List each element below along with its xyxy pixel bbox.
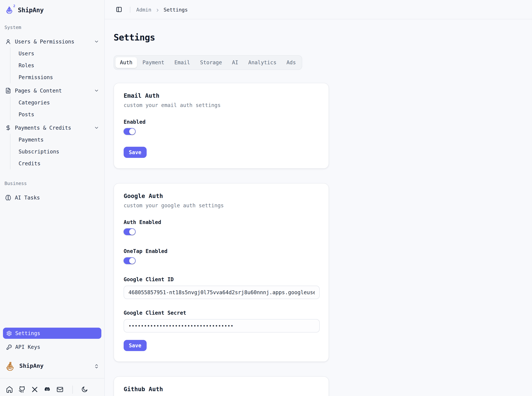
card-description: custom your github auth settings <box>124 395 319 396</box>
workspace-logo[interactable]: 2 ShipAny <box>3 5 101 16</box>
workspace-switcher[interactable]: ShipAny <box>3 358 101 374</box>
sidebar-item-categories[interactable]: Categories <box>18 97 101 109</box>
sidebar-item-settings[interactable]: Settings <box>3 328 101 339</box>
sidebar-footer-links <box>0 378 104 396</box>
email-auth-card: Email Auth custom your email auth settin… <box>114 83 329 169</box>
sidebar-sublist-users-permissions: Users Roles Permissions <box>10 47 101 83</box>
breadcrumb-parent[interactable]: Admin <box>136 6 151 12</box>
sidebar-item-ai-tasks[interactable]: AI Tasks <box>3 192 101 204</box>
google-client-id-label: Google Client ID <box>124 276 319 283</box>
sidebar-item-payments[interactable]: Payments <box>18 134 101 146</box>
sidebar-group-pages-content[interactable]: Pages & Content <box>3 85 101 97</box>
breadcrumb-current: Settings <box>164 6 188 12</box>
sidebar: 2 ShipAny System Users & Permissions Use… <box>0 0 105 396</box>
switch-knob <box>129 258 135 264</box>
footer-divider <box>72 385 73 394</box>
chevrons-up-down-icon <box>94 363 99 368</box>
home-icon[interactable] <box>6 386 13 393</box>
settings-tabs: Auth Payment Email Storage AI Analytics … <box>114 55 302 70</box>
page-content: Settings Auth Payment Email Storage AI A… <box>105 19 532 396</box>
sidebar-sublist-pages-content: Categories Posts <box>10 97 101 120</box>
section-label-business: Business <box>3 181 101 187</box>
auth-enabled-label: Auth Enabled <box>124 219 319 226</box>
section-label-system: System <box>3 24 101 31</box>
brain-icon <box>5 195 11 201</box>
workspace-name: ShipAny <box>18 6 44 14</box>
x-icon[interactable] <box>31 386 38 393</box>
moon-icon[interactable] <box>81 386 88 393</box>
dollar-sign-icon <box>5 125 11 131</box>
github-auth-card: Github Auth custom your github auth sett… <box>114 376 329 396</box>
onetap-enabled-label: OneTap Enabled <box>124 248 319 255</box>
page-title: Settings <box>114 32 523 43</box>
sidebar-sublist-payments-credits: Payments Subscriptions Credits <box>10 134 101 169</box>
google-auth-enabled-switch[interactable] <box>124 228 136 235</box>
user-icon <box>5 39 11 45</box>
settings-cards: Email Auth custom your email auth settin… <box>114 83 329 396</box>
chevron-right-icon <box>155 7 160 12</box>
google-client-secret-label: Google Client Secret <box>124 309 319 316</box>
chevron-down-icon <box>94 125 99 130</box>
save-button[interactable]: Save <box>124 147 146 158</box>
discord-icon[interactable] <box>44 386 51 393</box>
save-button[interactable]: Save <box>124 340 146 351</box>
google-client-secret-input[interactable] <box>124 319 320 332</box>
sidebar-group-label: Payments & Credits <box>15 125 71 131</box>
sidebar-spacer <box>3 204 101 328</box>
card-description: custom your email auth settings <box>124 102 319 109</box>
tab-storage[interactable]: Storage <box>196 57 226 68</box>
tab-payment[interactable]: Payment <box>138 57 169 68</box>
breadcrumb-bar: Admin Settings <box>105 0 532 19</box>
sidebar-item-label: API Keys <box>15 344 40 350</box>
github-icon[interactable] <box>18 386 26 393</box>
sidebar-item-users[interactable]: Users <box>18 47 101 59</box>
sidebar-item-label: AI Tasks <box>15 195 40 201</box>
google-onetap-enabled-switch[interactable] <box>124 257 136 264</box>
sidebar-item-roles[interactable]: Roles <box>18 59 101 71</box>
sidebar-item-subscriptions[interactable]: Subscriptions <box>18 146 101 157</box>
mail-icon[interactable] <box>57 386 63 393</box>
sidebar-toggle-button[interactable] <box>114 4 124 15</box>
card-title: Email Auth <box>124 92 319 99</box>
panel-left-icon <box>116 6 122 13</box>
logo-version-badge: 2 <box>13 4 15 8</box>
chevron-down-icon <box>94 39 99 44</box>
switch-knob <box>129 229 135 235</box>
gear-icon <box>6 330 12 336</box>
breadcrumb-divider <box>130 6 130 12</box>
chevron-down-icon <box>94 88 99 93</box>
app-root: 2 ShipAny System Users & Permissions Use… <box>0 0 532 396</box>
sidebar-item-posts[interactable]: Posts <box>18 109 101 120</box>
sidebar-item-api-keys[interactable]: API Keys <box>3 341 101 353</box>
sidebar-item-label: Settings <box>15 330 40 336</box>
card-title: Google Auth <box>124 192 319 200</box>
file-text-icon <box>5 88 11 94</box>
tab-auth[interactable]: Auth <box>115 57 137 68</box>
tab-ads[interactable]: Ads <box>282 57 300 68</box>
workspace-switcher-name: ShipAny <box>19 363 44 369</box>
sidebar-group-payments-credits[interactable]: Payments & Credits <box>3 122 101 134</box>
google-client-id-input[interactable] <box>124 286 320 299</box>
sidebar-item-credits[interactable]: Credits <box>18 157 101 169</box>
sailboat-icon <box>5 361 15 371</box>
card-title: Github Auth <box>124 386 319 393</box>
enabled-label: Enabled <box>124 118 319 125</box>
key-icon <box>6 344 12 350</box>
sidebar-group-label: Pages & Content <box>15 88 62 94</box>
email-auth-enabled-switch[interactable] <box>124 128 136 135</box>
sailboat-logo-icon: 2 <box>5 6 14 14</box>
sidebar-group-label: Users & Permissions <box>15 39 74 45</box>
tab-analytics[interactable]: Analytics <box>244 57 281 68</box>
google-auth-card: Google Auth custom your google auth sett… <box>114 183 329 362</box>
switch-knob <box>129 128 135 134</box>
main-area: Admin Settings Settings Auth Payment Ema… <box>105 0 532 396</box>
tab-email[interactable]: Email <box>170 57 194 68</box>
sidebar-group-users-permissions[interactable]: Users & Permissions <box>3 36 101 47</box>
tab-ai[interactable]: AI <box>228 57 243 68</box>
card-description: custom your google auth settings <box>124 202 319 209</box>
sidebar-item-permissions[interactable]: Permissions <box>18 71 101 83</box>
